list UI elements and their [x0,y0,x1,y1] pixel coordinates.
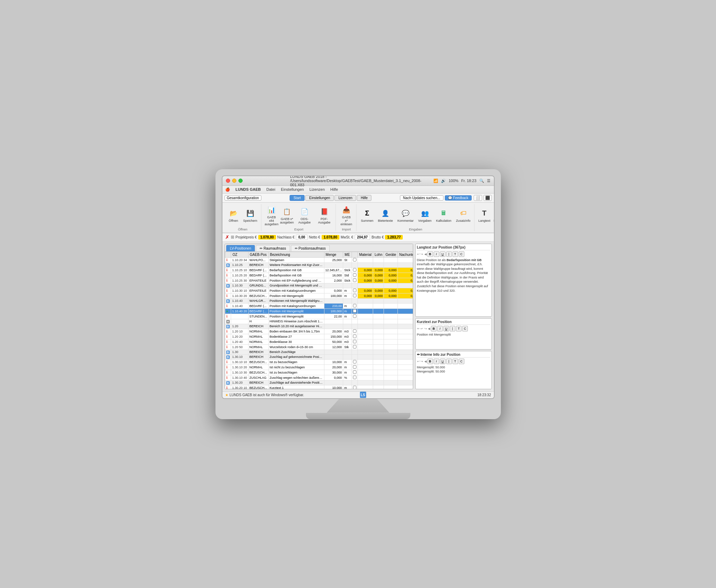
info-bold-btn[interactable]: B [427,359,433,364]
cell-checkbox[interactable] [352,273,357,278]
cell-checkbox[interactable] [352,293,357,298]
info-italic-btn[interactable]: I [434,359,439,364]
pipe-btn[interactable]: | [446,251,452,257]
search-icon[interactable]: 🔍 [479,179,484,183]
table-row[interactable]: B 1.10.30 GRUNDG... Grundposition mit Me… [225,283,413,288]
ribbon-btn-kalkulation[interactable]: 🖩 Kalkulation [434,207,453,224]
cell-checkbox[interactable] [352,350,357,354]
view-toggle-2[interactable]: ⬛ [483,195,492,201]
ribbon-btn-gaeb-x84[interactable]: 📊 GAEB x84ausgeben [264,204,279,227]
tab-einstellungen[interactable]: Einstellungen [305,195,334,201]
T-btn[interactable]: T [453,251,458,257]
table-row[interactable]: ℹ 1.10.20 34 WAHLPO... Steigeisen 25,000… [225,257,413,262]
app-menu-datei[interactable]: Datei [266,187,275,191]
table-row[interactable]: B 1.20 BEREICH Bereich 10.20 mit ausgela… [225,324,413,329]
ribbon-btn-zusatzinfo[interactable]: 🏷 Zusatzinfo [454,207,472,224]
table-row[interactable]: ℹ 1.10.30 10 EPANTEILE Position mit Kata… [225,288,413,293]
cell-checkbox[interactable] [352,344,357,350]
info-T-btn[interactable]: T [453,359,458,364]
apple-menu[interactable]: 🍎 [225,187,230,192]
cell-checkbox[interactable] [352,267,357,273]
feedback-button[interactable]: 💬 Feedback [445,195,472,201]
C-btn[interactable]: C [459,251,464,257]
cell-checkbox[interactable] [352,339,357,344]
cell-checkbox[interactable] [352,380,357,385]
table-row[interactable]: ℹ 1.30.10 30 BEZUSCH... Ist zu bezuschla… [225,370,413,375]
table-row[interactable]: ℹ 1.30.10 10 BEZUSCH... Ist zu bezuschla… [225,359,413,364]
info-pipe-btn[interactable]: | [446,359,452,364]
cell-checkbox[interactable] [352,375,357,380]
ribbon-btn-ods[interactable]: 📄 ODS-Ausgabe [295,206,314,225]
close-button[interactable] [226,179,230,183]
gesamtconfig-button[interactable]: Gesamtkonfiguration [225,195,261,201]
table-row[interactable]: ℹ 1.10.25 30 EPANTEILE Position mit EP-A… [225,278,413,283]
table-row[interactable]: B 1.30.20 BEREICH Zuschläge auf davorste… [225,380,413,385]
ribbon-btn-vorgaben[interactable]: 👥 Vorgaben [416,207,433,224]
table-row[interactable]: B 1.10.40 WAHLGR... Positionen mit Menge… [225,298,413,303]
cell-checkbox[interactable] [352,370,357,375]
cell-checkbox[interactable] [352,319,357,324]
ribbon-btn-kommentar[interactable]: 💬 Kommentar [396,207,416,224]
cell-checkbox[interactable] [352,308,357,314]
cell-checkbox[interactable] [352,364,357,370]
table-row[interactable]: ℹ 1.30.10 20 NORMAL Ist nicht zu bezusch… [225,364,413,370]
table-row[interactable]: ℹ 1.10.40 BEDARF (... Position mit Katal… [225,303,413,308]
data-table[interactable]: OZ GAEB-Pos Bezeichnung Menge ME Materia… [225,252,413,389]
menu-icon[interactable]: ☰ [487,179,490,183]
view-toggle-1[interactable]: ⬜ [474,195,482,201]
table-row[interactable]: ℹ 1.20 10 NORMAL Boden einbauen BK 3/4 h… [225,329,413,334]
table-row[interactable]: B 1.30.10 BEREICH Zuschlag auf gekennzei… [225,354,413,359]
ribbon-btn-summen[interactable]: Σ Summen [359,207,375,224]
table-row[interactable]: ℹ STUNDEN... Position mit Mengensplit 22… [225,314,413,319]
cell-checkbox[interactable] [352,288,357,293]
kurztext-bold-btn[interactable]: B [431,326,436,331]
kurztext-pipe-btn[interactable]: | [450,326,455,331]
table-row[interactable]: ℹ 1.30.20 10 BEZUSCH... Kurztext 1 10,00… [225,385,413,389]
kurztext-T-btn[interactable]: T [456,326,462,331]
tab-lv-positionen[interactable]: LV-Positionen [226,245,255,251]
app-menu-einstellungen[interactable]: Einstellungen [281,187,304,191]
ribbon-btn-langtext[interactable]: T Langtext [477,207,491,224]
ribbon-btn-kurztext[interactable]: T Kurztext [492,207,494,224]
cell-checkbox[interactable] [352,262,357,267]
table-row[interactable]: H H HINWEIS Hinweise zum Abschnitt 1.20 [225,319,413,324]
table-row[interactable]: ℹ 1.20 50 NORMAL Wurzelstock roden d=15-… [225,344,413,350]
table-row[interactable]: ● 1.10.40 20 BEDARF (... Position mit Me… [225,308,413,314]
app-menu-lizenzen[interactable]: Lizenzen [309,187,325,191]
table-row[interactable]: ℹ 1.10.25 10 BEDARF (... Bedarfsposition… [225,267,413,273]
minimize-button[interactable] [232,179,236,183]
mac-window-controls[interactable] [226,179,243,183]
table-row[interactable]: ℹ 1.20 20 NORMAL Bodenklasse 27 150,000 … [225,334,413,339]
table-row[interactable]: ℹ 1.30.10 40 ZUSCHLAG Zuschlag wegen sch… [225,375,413,380]
ribbon-btn-speichern[interactable]: 💾 Speichern [242,207,259,224]
update-button[interactable]: Nach Updates suchen... [400,195,443,201]
cell-checkbox[interactable] [352,283,357,288]
tab-raumaufmass[interactable]: ✏ Raumaufmass [256,245,290,251]
tab-lizenzen[interactable]: Lizenzen [335,195,356,201]
ribbon-btn-gaeb-xstar[interactable]: 📋 GAEB x*ausgeben [280,206,294,225]
table-row[interactable]: B 1.30 BEREICH Bereich Zuschläge 0,00 [225,350,413,354]
cell-checkbox[interactable] [352,324,357,329]
app-menu-hilfe[interactable]: Hilfe [330,187,338,191]
table-row[interactable]: B 1.10.25 BEREICH Weitere Positionsarten… [225,262,413,267]
info-C-btn[interactable]: C [459,359,464,364]
table-row[interactable]: ℹ 1.10.25 20 BEDARF (... Bedarfsposition… [225,273,413,278]
ribbon-btn-bietertexte[interactable]: 👤 Bietertexte [376,207,395,224]
kurztext-underline-btn[interactable]: U [443,326,449,331]
cell-checkbox[interactable] [352,257,357,262]
app-menu-lunds[interactable]: LUNDS GAEB [236,187,261,191]
table-row[interactable]: ℹ 1.10.30 20 BEZUSCH... Position mit Men… [225,293,413,298]
cell-checkbox[interactable] [352,354,357,359]
table-row[interactable]: ℹ 1.20 40 NORMAL Bodenklasse 30 50,000 m… [225,339,413,344]
maximize-button[interactable] [238,179,243,183]
italic-btn[interactable]: I [434,251,439,257]
cell-checkbox[interactable] [352,298,357,303]
ribbon-btn-gaeb-einlesen[interactable]: 📥 GAEB x*einlesen [339,204,354,227]
cell-checkbox[interactable] [352,385,357,389]
tab-hilfe[interactable]: Hilfe [357,195,371,201]
cell-checkbox[interactable] [352,314,357,319]
info-underline-btn[interactable]: U [440,359,446,364]
cell-checkbox[interactable] [352,303,357,308]
kurztext-C-btn[interactable]: C [462,326,468,331]
cell-checkbox[interactable] [352,334,357,339]
